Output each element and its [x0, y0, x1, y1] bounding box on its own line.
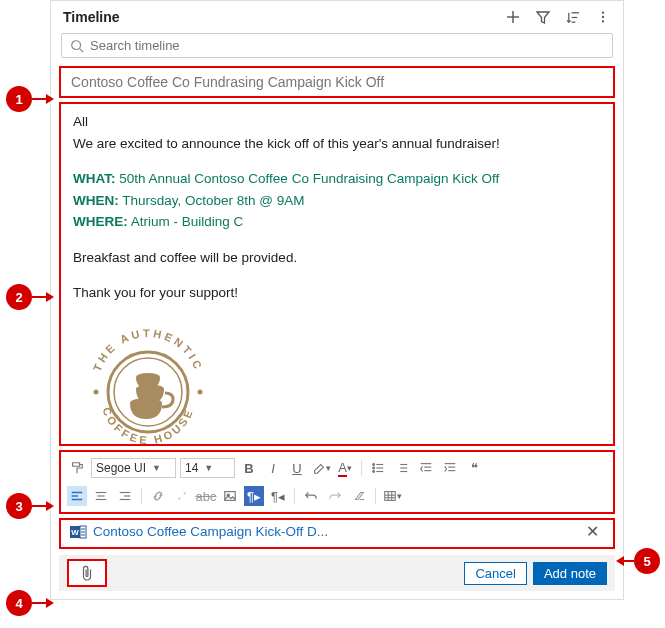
- outdent-button[interactable]: [416, 458, 436, 478]
- body-closing: Thank you for your support!: [73, 283, 601, 303]
- search-box[interactable]: [61, 33, 613, 58]
- bullet-list-button[interactable]: [368, 458, 388, 478]
- highlight-button[interactable]: ▾: [311, 458, 331, 478]
- note-footer: Cancel Add note: [59, 555, 615, 591]
- italic-button[interactable]: I: [263, 458, 283, 478]
- callout-badge-2: 2: [6, 284, 32, 310]
- paperclip-icon: [80, 564, 94, 582]
- callout-badge-5: 5: [634, 548, 660, 574]
- search-icon: [70, 39, 84, 53]
- body-when: WHEN: Thursday, October 8th @ 9AM: [73, 191, 601, 211]
- svg-point-21: [373, 467, 375, 469]
- svg-point-22: [373, 471, 375, 473]
- svg-text:THE AUTHENTIC: THE AUTHENTIC: [91, 327, 206, 373]
- svg-rect-44: [225, 492, 236, 501]
- callout-arrow: [32, 602, 52, 604]
- panel-title: Timeline: [63, 9, 505, 25]
- body-intro: We are excited to announce the kick off …: [73, 134, 601, 154]
- word-doc-icon: W: [69, 523, 87, 541]
- quote-button[interactable]: ❝: [464, 458, 484, 478]
- attach-file-button[interactable]: [67, 559, 107, 587]
- coffee-logo: THE AUTHENTIC COFFEE HOUSE: [73, 307, 601, 457]
- body-extra: Breakfast and coffee will be provided.: [73, 248, 601, 268]
- attachment-name[interactable]: Contoso Coffee Campaign Kick-Off D...: [93, 524, 580, 539]
- svg-rect-47: [384, 492, 395, 501]
- add-icon[interactable]: [505, 9, 521, 25]
- table-button[interactable]: ▾: [382, 486, 402, 506]
- timeline-panel: Timeline Contoso Coffee Co Fundrasing Ca…: [50, 0, 624, 600]
- attachment-row: W Contoso Coffee Campaign Kick-Off D... …: [59, 518, 615, 549]
- rich-text-toolbar: Segoe UI▼ 14▼ B I U ▾ A▾ ❝ abc ¶▸ ¶◂: [59, 450, 615, 514]
- svg-point-18: [94, 389, 99, 394]
- svg-point-8: [602, 20, 604, 22]
- callout-badge-3: 3: [6, 493, 32, 519]
- callout-badge-1: 1: [6, 86, 32, 112]
- unlink-button[interactable]: [172, 486, 192, 506]
- remove-attachment-button[interactable]: ✕: [580, 522, 605, 541]
- number-list-button[interactable]: [392, 458, 412, 478]
- note-title-box: Contoso Coffee Co Fundrasing Campaign Ki…: [59, 66, 615, 98]
- link-button[interactable]: [148, 486, 168, 506]
- rtl-button[interactable]: ¶◂: [268, 486, 288, 506]
- note-body[interactable]: All We are excited to announce the kick …: [59, 102, 615, 446]
- indent-button[interactable]: [440, 458, 460, 478]
- body-what: WHAT: 50th Annual Contoso Coffee Co Fund…: [73, 169, 601, 189]
- callout-arrow: [32, 296, 52, 298]
- bold-button[interactable]: B: [239, 458, 259, 478]
- cancel-button[interactable]: Cancel: [464, 562, 526, 585]
- callout-arrow: [32, 98, 52, 100]
- note-title[interactable]: Contoso Coffee Co Fundrasing Campaign Ki…: [61, 68, 613, 96]
- svg-point-19: [198, 389, 203, 394]
- strike-button[interactable]: abc: [196, 486, 216, 506]
- sort-icon[interactable]: [565, 9, 581, 25]
- image-button[interactable]: [220, 486, 240, 506]
- body-greeting: All: [73, 112, 601, 132]
- callout-arrow: [618, 560, 634, 562]
- align-right-button[interactable]: [115, 486, 135, 506]
- align-left-button[interactable]: [67, 486, 87, 506]
- callout-arrow: [32, 505, 52, 507]
- add-note-button[interactable]: Add note: [533, 562, 607, 585]
- filter-icon[interactable]: [535, 9, 551, 25]
- header-actions: [505, 9, 611, 25]
- search-input[interactable]: [90, 38, 604, 53]
- font-color-button[interactable]: A▾: [335, 458, 355, 478]
- svg-point-7: [602, 16, 604, 18]
- body-where: WHERE: Atrium - Building C: [73, 212, 601, 232]
- align-center-button[interactable]: [91, 486, 111, 506]
- svg-text:W: W: [71, 528, 79, 537]
- font-size-select[interactable]: 14▼: [180, 458, 235, 478]
- font-family-select[interactable]: Segoe UI▼: [91, 458, 176, 478]
- svg-point-20: [373, 464, 375, 466]
- svg-line-10: [80, 48, 84, 52]
- ltr-button[interactable]: ¶▸: [244, 486, 264, 506]
- svg-point-6: [602, 11, 604, 13]
- underline-button[interactable]: U: [287, 458, 307, 478]
- format-painter-icon[interactable]: [67, 458, 87, 478]
- timeline-header: Timeline: [51, 1, 623, 31]
- redo-button[interactable]: [325, 486, 345, 506]
- undo-button[interactable]: [301, 486, 321, 506]
- more-icon[interactable]: [595, 9, 611, 25]
- callout-badge-4: 4: [6, 590, 32, 616]
- clear-format-button[interactable]: [349, 486, 369, 506]
- svg-point-9: [72, 40, 81, 49]
